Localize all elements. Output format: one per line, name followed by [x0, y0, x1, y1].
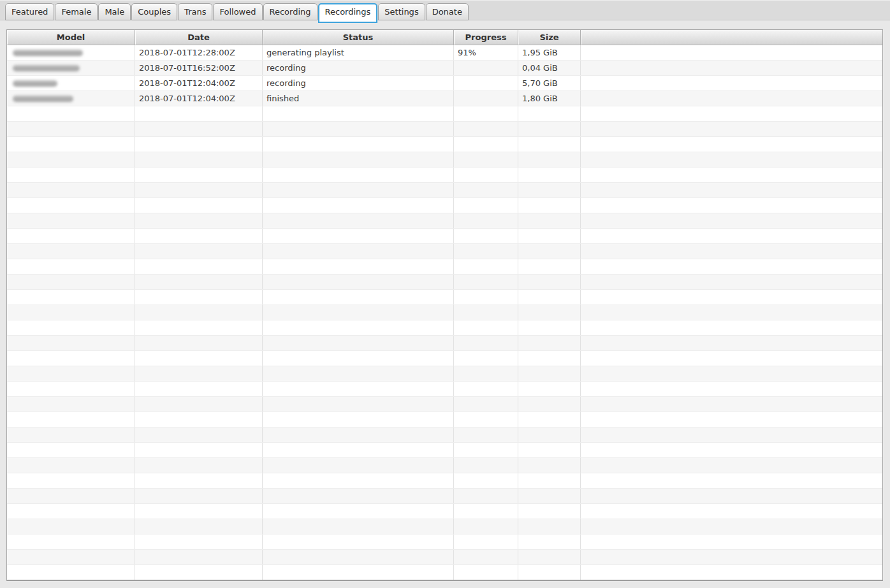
cell-progress	[454, 61, 518, 75]
cell-status: recording	[263, 76, 454, 90]
empty-cell	[518, 275, 581, 289]
empty-table-row	[7, 259, 882, 275]
empty-cell	[454, 229, 518, 243]
empty-cell	[135, 305, 263, 320]
table-row[interactable]: 2018-07-01T12:28:00Zgenerating playlist9…	[7, 45, 882, 61]
empty-cell	[454, 427, 518, 442]
empty-cell	[454, 550, 518, 564]
empty-cell	[454, 519, 518, 534]
empty-cell	[7, 382, 135, 396]
empty-cell	[7, 458, 135, 473]
column-header-size[interactable]: Size	[518, 30, 581, 45]
empty-cell	[454, 183, 518, 197]
empty-cell	[135, 229, 263, 243]
column-header-progress[interactable]: Progress	[454, 30, 518, 45]
empty-cell	[581, 458, 882, 473]
empty-cell	[135, 213, 263, 228]
tab-trans[interactable]: Trans	[178, 3, 212, 20]
empty-cell	[581, 275, 882, 289]
empty-cell	[7, 152, 135, 167]
empty-cell	[454, 534, 518, 549]
empty-cell	[135, 259, 263, 274]
empty-cell	[135, 473, 263, 488]
empty-cell	[7, 351, 135, 366]
empty-table-row	[7, 443, 882, 458]
empty-cell	[135, 351, 263, 366]
empty-cell	[263, 519, 454, 534]
empty-table-row	[7, 122, 882, 137]
empty-cell	[263, 137, 454, 152]
empty-cell	[263, 106, 454, 121]
empty-table-row	[7, 534, 882, 550]
empty-cell	[581, 489, 882, 503]
empty-cell	[263, 565, 454, 580]
table-row[interactable]: 2018-07-01T12:04:00Zrecording5,70 GiB	[7, 76, 882, 91]
empty-table-row	[7, 198, 882, 213]
empty-cell	[7, 412, 135, 427]
empty-cell	[581, 244, 882, 259]
empty-cell	[581, 534, 882, 549]
empty-cell	[518, 534, 581, 549]
empty-cell	[135, 519, 263, 534]
tab-recordings[interactable]: Recordings	[318, 3, 378, 23]
empty-cell	[518, 122, 581, 136]
empty-cell	[263, 305, 454, 320]
table-row[interactable]: 2018-07-01T16:52:00Zrecording0,04 GiB	[7, 61, 882, 76]
empty-cell	[518, 382, 581, 396]
tab-donate[interactable]: Donate	[426, 3, 469, 20]
empty-cell	[518, 473, 581, 488]
empty-cell	[7, 259, 135, 274]
empty-cell	[454, 565, 518, 580]
empty-cell	[263, 458, 454, 473]
cell-model	[7, 61, 135, 75]
tab-settings[interactable]: Settings	[378, 3, 425, 20]
empty-cell	[135, 152, 263, 167]
empty-cell	[581, 320, 882, 335]
empty-cell	[454, 137, 518, 152]
tab-female[interactable]: Female	[55, 3, 98, 20]
empty-cell	[135, 168, 263, 182]
column-header-model[interactable]: Model	[7, 30, 135, 45]
empty-cell	[454, 336, 518, 350]
empty-table-row	[7, 290, 882, 305]
empty-cell	[518, 397, 581, 412]
table-row[interactable]: 2018-07-01T12:04:00Zfinished1,80 GiB	[7, 91, 882, 106]
empty-cell	[581, 229, 882, 243]
empty-cell	[263, 168, 454, 182]
empty-table-row	[7, 565, 882, 580]
cell-date: 2018-07-01T12:04:00Z	[135, 76, 263, 90]
empty-cell	[518, 229, 581, 243]
empty-cell	[518, 198, 581, 213]
empty-cell	[454, 397, 518, 412]
column-header-status[interactable]: Status	[263, 30, 454, 45]
empty-cell	[7, 122, 135, 136]
empty-cell	[518, 168, 581, 182]
empty-cell	[135, 275, 263, 289]
empty-cell	[135, 336, 263, 350]
empty-cell	[581, 259, 882, 274]
empty-table-row	[7, 183, 882, 198]
tab-male[interactable]: Male	[98, 3, 131, 20]
empty-cell	[454, 305, 518, 320]
empty-table-row	[7, 336, 882, 351]
empty-cell	[581, 565, 882, 580]
empty-cell	[581, 412, 882, 427]
empty-cell	[7, 473, 135, 488]
tab-followed[interactable]: Followed	[213, 3, 262, 20]
empty-table-row	[7, 106, 882, 122]
empty-cell	[581, 152, 882, 167]
empty-cell	[518, 519, 581, 534]
empty-cell	[135, 320, 263, 335]
empty-cell	[454, 320, 518, 335]
column-header-date[interactable]: Date	[135, 30, 263, 45]
empty-table-row	[7, 229, 882, 244]
empty-cell	[263, 504, 454, 519]
tab-couples[interactable]: Couples	[131, 3, 177, 20]
empty-cell	[454, 106, 518, 121]
empty-table-row	[7, 427, 882, 443]
empty-cell	[518, 427, 581, 442]
tab-featured[interactable]: Featured	[5, 3, 54, 20]
tab-recording[interactable]: Recording	[263, 3, 317, 20]
empty-cell	[263, 534, 454, 549]
recordings-table: ModelDateStatusProgressSize 2018-07-01T1…	[6, 29, 883, 581]
